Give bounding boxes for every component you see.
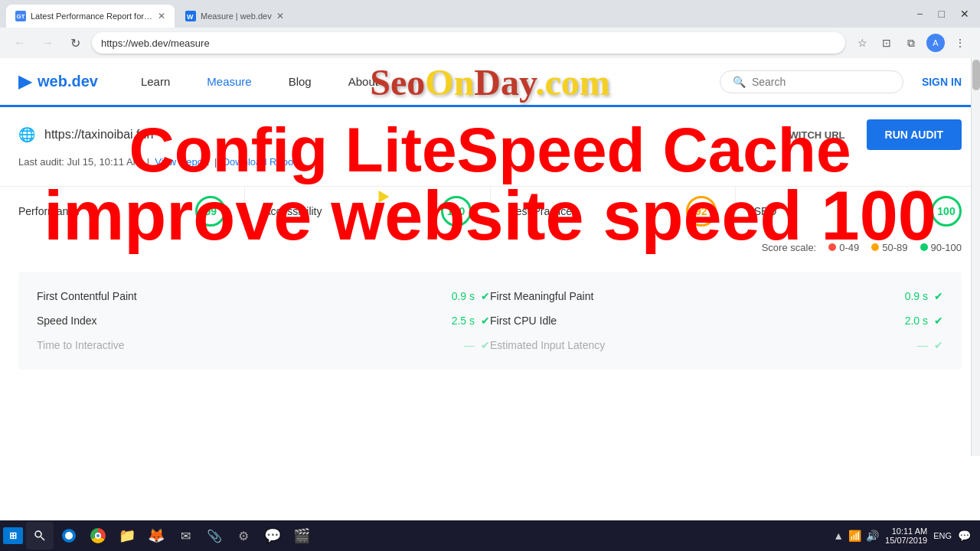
back-button[interactable]: ←	[9, 32, 31, 54]
fmp-value: 0.9 s	[905, 290, 928, 302]
taskbar-cortana[interactable]	[55, 522, 83, 549]
seo-label: SEO	[754, 205, 777, 217]
tray-arrow-icon[interactable]: ▲	[833, 530, 844, 542]
taskbar-email[interactable]: ✉	[172, 522, 199, 549]
taskbar-app1[interactable]: 📎	[201, 522, 228, 549]
search-input[interactable]	[752, 76, 890, 88]
clock-time: 10:11 AM	[885, 527, 927, 536]
taskbar-search[interactable]	[26, 522, 54, 549]
taskbar-firefox[interactable]: 🦊	[142, 522, 170, 549]
tab-2-inactive[interactable]: W Measure | web.dev ✕	[176, 5, 293, 28]
window-controls: − □ ✕	[906, 0, 980, 28]
score-accessibility: Accessibility 100	[245, 187, 490, 236]
user-avatar: A	[926, 34, 945, 52]
metric-first-cpu: First CPU Idle 2.0 s ✔	[490, 315, 943, 327]
fcp-check-icon: ✔	[481, 290, 490, 302]
scale-red: 0-49	[828, 242, 859, 253]
metric-speed-index: Speed Index 2.5 s ✔	[37, 315, 490, 327]
cast-icon[interactable]: ⊡	[876, 32, 897, 54]
browser-window: GT Latest Performance Report for: http..…	[0, 0, 980, 58]
nav-link-learn[interactable]: Learn	[122, 57, 188, 106]
eil-label: Estimated Input Latency	[490, 339, 911, 351]
close-button[interactable]: ✕	[956, 6, 974, 21]
scrollbar[interactable]	[971, 58, 980, 456]
extensions-icon[interactable]: ⧉	[900, 32, 922, 54]
tray-volume-icon[interactable]: 🔊	[866, 530, 879, 542]
scale-orange: 50-89	[871, 242, 907, 253]
fmp-check-icon: ✔	[934, 290, 943, 302]
taskbar-app2[interactable]: ⚙	[230, 522, 257, 549]
best-practices-score: 92	[686, 196, 717, 227]
search-box[interactable]: 🔍	[720, 70, 903, 93]
view-report-link[interactable]: View Report	[155, 156, 209, 168]
run-audit-button[interactable]: RUN AUDIT	[867, 119, 962, 150]
metrics-section: First Contentful Paint 0.9 s ✔ First Mea…	[18, 272, 962, 370]
taskbar-app4[interactable]: 🎬	[288, 522, 315, 549]
url-bar: 🌐 https://taxinoibai.fun SWITCH URL RUN …	[18, 119, 962, 150]
metrics-row-3: Time to Interactive — ✔ Estimated Input …	[18, 333, 962, 357]
tab-1-active[interactable]: GT Latest Performance Report for: http..…	[6, 5, 175, 28]
logo-icon: ▶	[18, 72, 31, 92]
scale-dot-green	[920, 243, 928, 251]
scale-row: Score scale: 0-49 50-89 90-100	[0, 236, 980, 259]
scale-dot-red	[828, 243, 836, 251]
tray-network-icon[interactable]: 📶	[848, 530, 861, 542]
first-cpu-label: First CPU Idle	[490, 315, 899, 327]
scale-dot-orange	[871, 243, 879, 251]
address-bar-row: ← → ↻ ☆ ⊡ ⧉ A ⋮	[0, 28, 980, 58]
metrics-row-1: First Contentful Paint 0.9 s ✔ First Mea…	[18, 284, 962, 308]
audit-info: Last audit: Jul 15, 10:11 AM | View Repo…	[18, 156, 962, 168]
taskbar-chrome[interactable]	[84, 522, 112, 549]
first-cpu-check-icon: ✔	[934, 315, 943, 327]
maximize-button[interactable]: □	[934, 6, 949, 21]
taskbar-app3[interactable]: 💬	[259, 522, 286, 549]
avatar-icon[interactable]: A	[925, 32, 946, 54]
tab1-favicon: GT	[15, 11, 26, 21]
search-icon: 🔍	[733, 76, 746, 88]
scale-green: 90-100	[920, 242, 962, 253]
address-input[interactable]	[92, 32, 845, 54]
svg-point-1	[35, 531, 41, 537]
nav-link-blog[interactable]: Blog	[270, 57, 330, 106]
tti-value: —	[464, 339, 475, 351]
forward-button[interactable]: →	[37, 32, 58, 54]
nav-link-measure[interactable]: Measure	[188, 57, 270, 106]
tray-time: 10:11 AM 15/07/2019	[885, 527, 927, 545]
metric-tti: Time to Interactive — ✔	[37, 339, 490, 351]
taskbar-tray: ▲ 📶 🔊 10:11 AM 15/07/2019 ENG 💬	[827, 527, 977, 545]
taskbar-explorer[interactable]: 📁	[113, 522, 141, 549]
tray-icons: ▲ 📶 🔊	[833, 530, 879, 542]
nav-link-about[interactable]: About	[330, 57, 397, 106]
tti-label: Time to Interactive	[37, 339, 458, 351]
start-button[interactable]: ⊞	[3, 527, 23, 544]
speed-index-label: Speed Index	[37, 315, 446, 327]
metric-fmp: First Meaningful Paint 0.9 s ✔	[490, 290, 943, 302]
tab1-label: Latest Performance Report for: http...	[31, 11, 153, 21]
sign-in-button[interactable]: SIGN IN	[922, 76, 962, 88]
menu-icon[interactable]: ⋮	[949, 32, 971, 54]
fmp-label: First Meaningful Paint	[490, 290, 899, 302]
minimize-button[interactable]: −	[912, 6, 927, 21]
tab2-favicon: W	[185, 11, 196, 21]
tray-notification-icon[interactable]: 💬	[958, 530, 971, 542]
tab1-close-icon[interactable]: ✕	[158, 11, 165, 21]
speed-index-value: 2.5 s	[452, 315, 475, 327]
measure-section: 🌐 https://taxinoibai.fun SWITCH URL RUN …	[0, 107, 980, 186]
page-content: ▶ web.dev Learn Measure Blog About 🔍 SIG…	[0, 58, 980, 370]
accessibility-label: Accessibility	[263, 205, 322, 217]
scores-row: Performance 99 Accessibility 100 Best Pr…	[0, 186, 980, 236]
reload-button[interactable]: ↻	[64, 32, 86, 54]
download-report-link[interactable]: Download Report	[223, 156, 299, 168]
tab2-close-icon[interactable]: ✕	[276, 11, 284, 21]
switch-url-button[interactable]: SWITCH URL	[782, 129, 845, 141]
eil-value: —	[917, 339, 928, 351]
toolbar-icons: ☆ ⊡ ⧉ A ⋮	[851, 32, 971, 54]
performance-score: 99	[195, 196, 226, 227]
scrollbar-thumb[interactable]	[972, 60, 980, 90]
score-best-practices: Best Practices 92	[491, 187, 736, 236]
speed-index-check-icon: ✔	[481, 315, 490, 327]
taskbar: ⊞ 📁 🦊 ✉ 📎 ⚙ 💬	[0, 520, 980, 551]
bookmark-icon[interactable]: ☆	[851, 32, 873, 54]
clock-date: 15/07/2019	[885, 536, 927, 545]
site-logo[interactable]: ▶ web.dev	[18, 72, 98, 92]
